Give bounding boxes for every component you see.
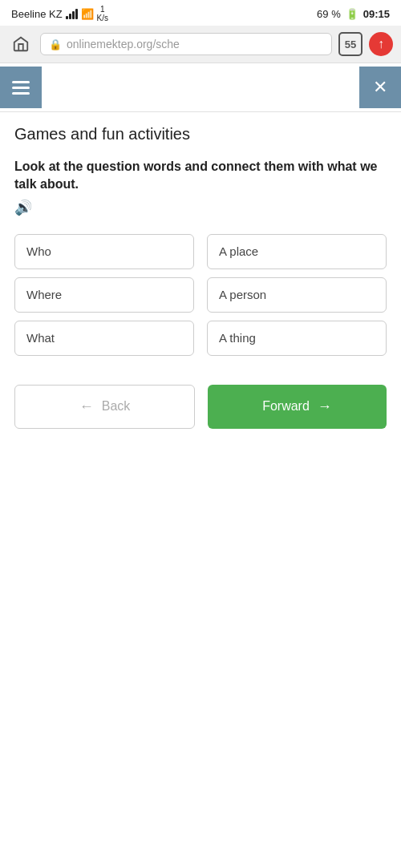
- signal-icon: [66, 9, 78, 19]
- hamburger-line: [12, 87, 30, 89]
- tab-count[interactable]: 55: [338, 32, 363, 56]
- right-column: A place A person A thing: [207, 234, 387, 356]
- time-label: 09:15: [363, 8, 390, 20]
- instruction-container: Look at the question words and connect t…: [14, 158, 387, 216]
- list-item[interactable]: A person: [207, 277, 387, 313]
- url-bar[interactable]: 🔒 onlinemektep.org/sche: [40, 33, 332, 55]
- home-button[interactable]: [8, 31, 34, 57]
- data-speed: 1 K/s: [97, 5, 108, 22]
- status-left: Beeline KZ 📶 1 K/s: [11, 5, 108, 22]
- hamburger-line: [12, 81, 30, 83]
- hamburger-line: [12, 92, 30, 95]
- main-content: Games and fun activities Look at the que…: [0, 112, 401, 448]
- carrier-label: Beeline KZ: [11, 8, 63, 20]
- back-label: Back: [102, 399, 131, 414]
- left-column: Who Where What: [14, 234, 194, 356]
- instruction-text: Look at the question words and connect t…: [14, 158, 387, 194]
- list-item[interactable]: A place: [207, 234, 387, 269]
- match-container: Who Where What A place A person A thing: [14, 234, 387, 356]
- forward-button[interactable]: Forward →: [208, 385, 387, 429]
- battery-label: 69 %: [317, 8, 341, 20]
- sound-icon[interactable]: 🔊: [14, 199, 32, 216]
- back-arrow-icon: ←: [79, 398, 94, 415]
- nav-bar: ✕: [0, 63, 401, 112]
- battery-icon: 🔋: [346, 8, 358, 20]
- status-bar: Beeline KZ 📶 1 K/s 69 % 🔋 09:15: [0, 0, 401, 26]
- list-item[interactable]: What: [14, 321, 194, 356]
- forward-arrow-icon: →: [318, 398, 332, 415]
- close-button[interactable]: ✕: [359, 67, 401, 108]
- list-item[interactable]: Where: [14, 277, 194, 313]
- wifi-icon: 📶: [81, 8, 94, 20]
- list-item[interactable]: Who: [14, 234, 194, 269]
- hamburger-button[interactable]: [0, 67, 42, 108]
- page-title: Games and fun activities: [14, 125, 387, 143]
- browser-bar: 🔒 onlinemektep.org/sche 55 ↑: [0, 26, 401, 63]
- list-item[interactable]: A thing: [207, 321, 387, 356]
- forward-label: Forward: [262, 399, 310, 414]
- lock-icon: 🔒: [49, 38, 62, 50]
- status-right: 69 % 🔋 09:15: [317, 8, 390, 20]
- instruction-row: 🔊: [14, 199, 387, 216]
- url-text: onlinemektep.org/sche: [67, 38, 180, 50]
- notification-button[interactable]: ↑: [369, 32, 393, 56]
- back-button[interactable]: ← Back: [14, 385, 195, 429]
- nav-buttons: ← Back Forward →: [14, 385, 387, 429]
